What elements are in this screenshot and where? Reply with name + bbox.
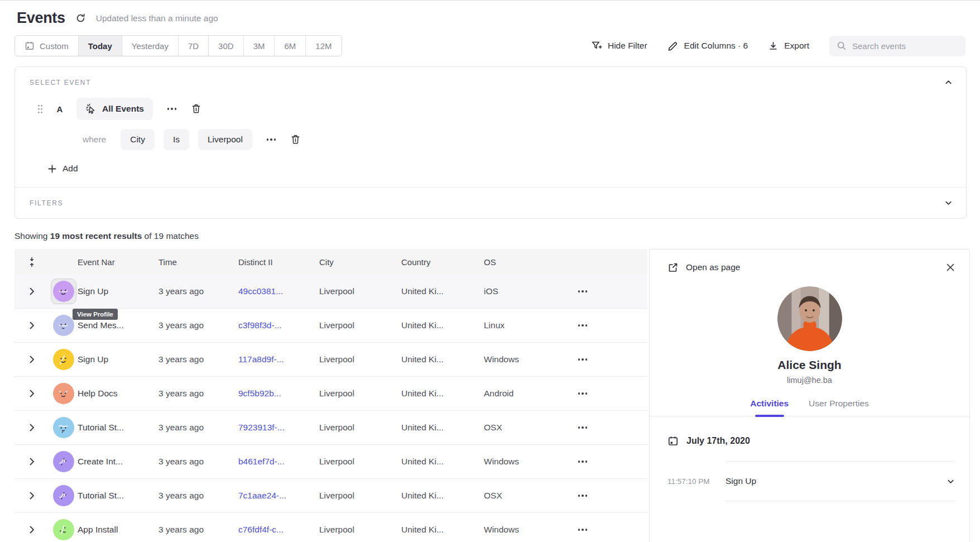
avatar[interactable] [53,519,74,540]
row-more-options-icon[interactable] [566,358,599,361]
date-range-today[interactable]: Today [78,36,122,56]
date-range-30d[interactable]: 30D [208,36,243,56]
expand-row-chevron-icon[interactable] [15,492,49,500]
hide-filter-button[interactable]: Hide Filter [591,40,647,51]
row-more-options-icon[interactable] [566,392,599,395]
collapse-rows-icon[interactable] [15,257,49,267]
row-more-options-icon[interactable] [566,461,599,463]
city-cell: Liverpool [319,286,401,296]
col-header-distinct-id[interactable]: Distinct II [238,257,319,267]
delete-filter-trash-icon[interactable] [290,134,301,145]
distinct-id-link[interactable]: 9cf5b92b... [238,388,319,399]
col-header-time[interactable]: Time [158,257,238,267]
expand-row-chevron-icon[interactable] [15,322,49,329]
avatar[interactable] [53,349,74,370]
delete-event-trash-icon[interactable] [191,103,201,114]
table-row[interactable]: Sign Up 3 years ago 49cc0381... Liverpoo… [15,275,647,309]
filters-section[interactable]: FILTERS [15,188,966,218]
distinct-id-link[interactable]: 7c1aae24-... [238,491,319,501]
avatar[interactable] [53,383,74,404]
row-more-options-icon[interactable] [566,324,599,327]
distinct-id-link[interactable]: c3f98f3d-... [238,320,319,330]
os-cell: Android [484,388,566,399]
event-name-cell: Sign Up [78,286,158,296]
date-range-custom[interactable]: Custom [15,36,78,56]
filter-property-chip[interactable]: City [121,129,155,150]
table-row[interactable]: Sign Up 3 years ago 117a8d9f-... Liverpo… [15,343,647,377]
filter-more-options-icon[interactable] [267,138,276,141]
event-name-cell: Sign Up [78,354,158,364]
profile-detail-panel: Open as page [649,249,970,542]
table-row[interactable]: Help Docs 3 years ago 9cf5b92b... Liverp… [15,377,647,411]
open-as-page-label[interactable]: Open as page [686,262,740,272]
page-header: Events Updated less than a minute ago [0,1,980,27]
col-header-city[interactable]: City [319,257,401,267]
export-button[interactable]: Export [768,41,809,51]
avatar[interactable] [53,485,74,506]
add-event-button[interactable]: Add [48,164,78,174]
row-more-options-icon[interactable] [566,426,599,429]
distinct-id-link[interactable]: c76fdf4f-c... [238,525,319,535]
distinct-id-link[interactable]: 49cc0381... [238,286,319,296]
open-as-page-icon[interactable] [667,262,679,273]
chevron-down-icon[interactable] [947,477,955,486]
drag-handle-icon[interactable] [37,104,43,114]
calendar-icon [667,435,679,447]
table-row[interactable]: Tutorial St... 3 years ago 7923913f-... … [15,411,647,445]
distinct-id-link[interactable]: 117a8d9f-... [238,354,319,364]
avatar[interactable] [53,315,74,336]
expand-row-chevron-icon[interactable] [15,424,49,431]
city-cell: Liverpool [319,491,401,501]
edit-columns-button[interactable]: Edit Columns · 6 [667,40,748,51]
row-more-options-icon[interactable] [566,290,599,292]
collapse-section-chevron-up-icon[interactable] [944,78,953,87]
date-range-6m[interactable]: 6M [274,36,305,56]
col-header-os[interactable]: OS [484,257,566,267]
row-more-options-icon[interactable] [566,529,599,531]
profile-photo[interactable] [777,286,842,351]
row-more-options-icon[interactable] [566,495,599,497]
col-header-event-name[interactable]: Event Nar [78,257,158,267]
close-icon[interactable] [946,263,955,272]
filter-value-chip[interactable]: Liverpool [198,129,252,150]
tab-activities[interactable]: Activities [750,399,789,416]
expand-row-chevron-icon[interactable] [15,356,49,363]
date-range-yesterday[interactable]: Yesterday [122,36,178,56]
tab-user-properties[interactable]: User Properties [809,399,869,416]
city-cell: Liverpool [319,388,401,399]
table-row[interactable]: App Install 3 years ago c76fdf4f-c... Li… [15,513,647,542]
event-more-options-icon[interactable] [167,108,177,110]
magic-cursor-icon [85,103,97,114]
toolbar-right: Hide Filter Edit Columns · 6 Export [591,36,965,56]
expand-row-chevron-icon[interactable] [15,526,49,534]
activity-date: July 17th, 2020 [686,436,750,446]
search-events-box[interactable] [829,36,965,56]
date-range-7d[interactable]: 7D [178,36,208,56]
activity-event-row: 11:57:10 PM Sign Up [667,461,955,501]
date-range-3m[interactable]: 3M [243,36,275,56]
avatar[interactable] [53,417,74,438]
event-name-cell: Help Docs [78,388,158,399]
search-events-input[interactable] [852,41,953,51]
activity-event-expander[interactable]: Sign Up [726,461,955,501]
city-cell: Liverpool [319,525,401,535]
expand-row-chevron-icon[interactable] [15,390,49,397]
calendar-icon [25,41,35,51]
distinct-id-link[interactable]: b461ef7d-... [238,457,319,467]
filter-operator-chip[interactable]: Is [164,129,189,150]
table-row[interactable]: Tutorial St... 3 years ago 7c1aae24-... … [15,479,647,513]
distinct-id-link[interactable]: 7923913f-... [238,423,319,433]
col-header-country[interactable]: Country [401,257,484,267]
profile-avatar-hovered[interactable] [51,279,76,304]
profile-name: Alice Singh [650,358,969,372]
avatar[interactable] [53,451,74,472]
expand-row-chevron-icon[interactable] [15,458,49,466]
date-range-12m[interactable]: 12M [305,36,341,56]
refresh-icon[interactable] [75,13,86,23]
avatar[interactable] [53,281,74,302]
expand-filters-chevron-down-icon[interactable] [944,199,953,207]
expand-row-chevron-icon[interactable] [15,287,49,295]
updated-status: Updated less than a minute ago [96,13,218,23]
event-selector-button[interactable]: All Events [76,98,153,120]
table-row[interactable]: Create Int... 3 years ago b461ef7d-... L… [15,445,647,479]
